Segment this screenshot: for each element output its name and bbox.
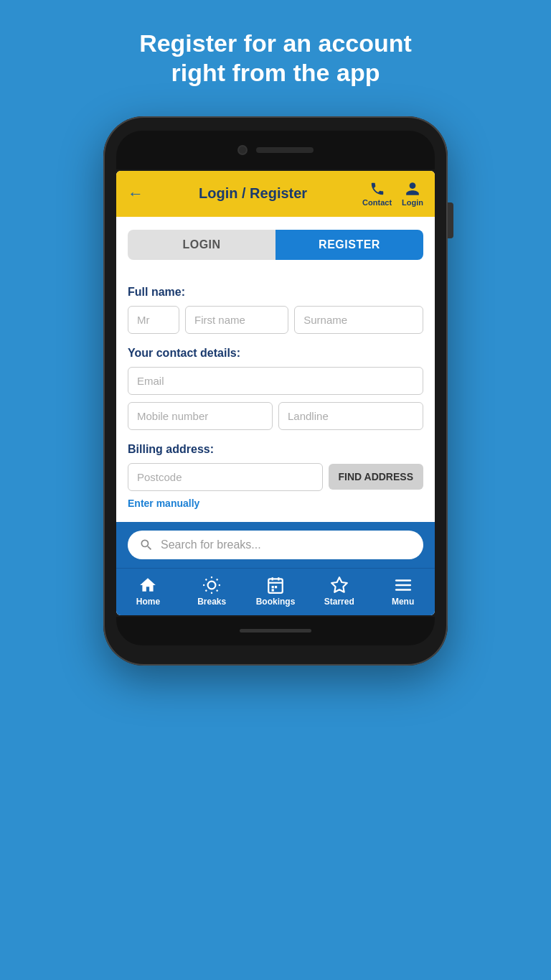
header-title: Login / Register (199, 185, 307, 202)
name-row (128, 306, 423, 334)
phone-camera (237, 145, 248, 155)
nav-menu-label: Menu (392, 597, 414, 607)
email-row (128, 367, 423, 395)
nav-breaks[interactable]: Breaks (180, 569, 244, 615)
full-name-label: Full name: (128, 286, 423, 299)
login-tab[interactable]: LOGIN (128, 230, 276, 260)
phone-top-bar (116, 131, 435, 169)
surname-input[interactable] (294, 306, 423, 334)
svg-line-7 (217, 579, 218, 580)
phone-side-button (448, 202, 453, 238)
find-address-button[interactable]: FIND ADDRESS (329, 464, 424, 490)
header-register-text: Register (250, 185, 307, 201)
nav-home[interactable]: Home (116, 569, 180, 615)
search-bar-container: Search for breaks... (116, 522, 435, 568)
svg-line-6 (217, 589, 218, 591)
svg-marker-16 (331, 577, 347, 592)
nav-menu[interactable]: Menu (371, 569, 435, 615)
phone-bottom-bar (116, 617, 435, 645)
phone-icon (369, 181, 385, 197)
bookings-icon (266, 576, 285, 594)
billing-label: Billing address: (128, 443, 423, 456)
user-icon (405, 181, 420, 197)
nav-bookings-label: Bookings (256, 597, 296, 607)
mobile-input[interactable] (128, 402, 273, 430)
svg-point-0 (208, 581, 216, 589)
email-input[interactable] (128, 367, 423, 395)
search-bar[interactable]: Search for breaks... (128, 531, 423, 559)
home-indicator (240, 629, 311, 633)
nav-bookings[interactable]: Bookings (244, 569, 308, 615)
svg-line-8 (206, 589, 207, 591)
title-line1: Register for an account (139, 29, 412, 57)
bottom-nav: Home Breaks (116, 568, 435, 615)
login-label: Login (402, 198, 423, 207)
phone-row (128, 402, 423, 430)
form-area: Full name: Your contact details: Billing… (116, 273, 435, 522)
postcode-input[interactable] (128, 463, 323, 491)
contact-button[interactable]: Contact (362, 181, 392, 207)
back-button[interactable]: ← (128, 185, 143, 203)
contact-label: Contact (362, 198, 392, 207)
enter-manually-link[interactable]: Enter manually (128, 498, 199, 509)
first-name-input[interactable] (185, 306, 288, 334)
svg-rect-9 (268, 579, 283, 593)
billing-row: FIND ADDRESS (128, 463, 423, 491)
nav-starred-label: Starred (324, 597, 354, 607)
svg-rect-15 (272, 589, 274, 591)
search-bar-text: Search for breaks... (161, 538, 261, 551)
header-actions: Contact Login (362, 181, 423, 207)
svg-rect-13 (272, 586, 274, 588)
star-icon (330, 576, 349, 594)
menu-icon (394, 576, 413, 594)
contact-details-label: Your contact details: (128, 347, 423, 360)
phone-speaker (256, 147, 314, 153)
page-title: Register for an account right from the a… (139, 29, 412, 88)
register-tab[interactable]: REGISTER (276, 230, 423, 260)
search-icon (139, 538, 154, 552)
login-button-header[interactable]: Login (402, 181, 423, 207)
nav-home-label: Home (136, 597, 160, 607)
title-line2: right from the app (171, 59, 380, 86)
svg-rect-14 (275, 586, 277, 588)
phone-device: ← Login / Register Contact Login (103, 116, 448, 666)
header-login-text: Login (199, 185, 237, 201)
landline-input[interactable] (278, 402, 423, 430)
title-input[interactable] (128, 306, 179, 334)
nav-starred[interactable]: Starred (307, 569, 371, 615)
app-header: ← Login / Register Contact Login (116, 171, 435, 217)
breaks-icon (202, 576, 221, 594)
svg-line-5 (206, 579, 207, 580)
nav-breaks-label: Breaks (197, 597, 226, 607)
phone-screen: ← Login / Register Contact Login (116, 171, 435, 615)
tab-buttons: LOGIN REGISTER (116, 217, 435, 273)
home-icon (138, 576, 157, 594)
